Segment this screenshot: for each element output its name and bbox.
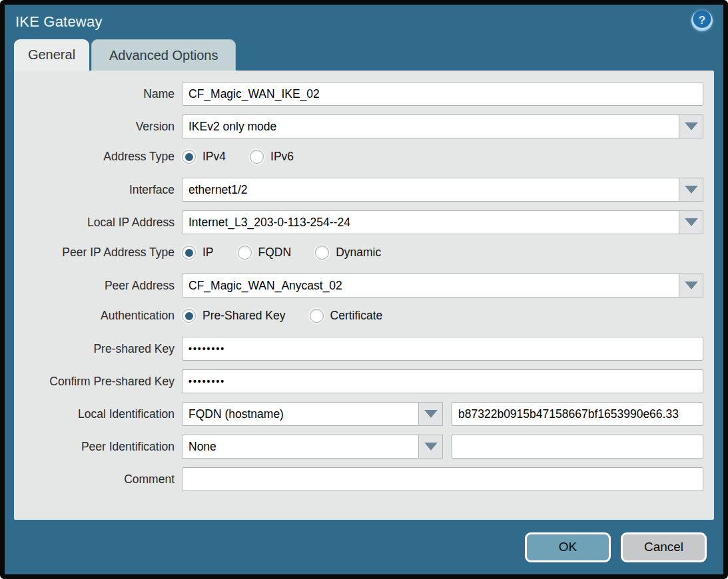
- peer-address-label: Peer Address: [14, 279, 182, 293]
- peer-identification-label: Peer Identification: [14, 440, 182, 454]
- peer-identification-dropdown-button[interactable]: [418, 435, 443, 459]
- radio-button-icon: [310, 309, 324, 323]
- local-identification-row: Local Identification: [14, 402, 703, 426]
- peer-identification-row: Peer Identification: [14, 435, 703, 459]
- address-type-radio-group: IPv4 IPv6: [182, 150, 318, 164]
- chevron-down-icon: [685, 186, 698, 194]
- tab-general[interactable]: General: [14, 39, 89, 71]
- peer-address-input[interactable]: [182, 274, 679, 297]
- pre-shared-key-input[interactable]: [182, 337, 703, 361]
- chevron-down-icon: [424, 410, 438, 418]
- peer-identification-type-input[interactable]: [182, 435, 418, 459]
- local-identification-type-input[interactable]: [182, 402, 418, 426]
- address-type-label: Address Type: [14, 150, 182, 164]
- address-type-row: Address Type IPv4 IPv6: [14, 147, 703, 166]
- peer-ip-address-type-label: Peer IP Address Type: [14, 246, 182, 260]
- radio-pre-shared-key[interactable]: Pre-Shared Key: [182, 309, 286, 323]
- chevron-down-icon: [685, 122, 698, 130]
- interface-dropdown-button[interactable]: [679, 178, 703, 202]
- radio-button-icon: [250, 150, 264, 164]
- comment-input[interactable]: [182, 467, 703, 491]
- tab-advanced-options[interactable]: Advanced Options: [91, 39, 236, 71]
- pre-shared-key-row: Pre-shared Key: [14, 337, 703, 361]
- local-identification-dropdown-button[interactable]: [418, 402, 443, 426]
- confirm-pre-shared-key-label: Confirm Pre-shared Key: [14, 375, 182, 389]
- peer-address-dropdown: [182, 274, 703, 297]
- comment-label: Comment: [14, 473, 182, 486]
- tab-bar: General Advanced Options: [5, 39, 723, 71]
- interface-label: Interface: [14, 183, 182, 197]
- radio-button-icon: [238, 246, 252, 260]
- radio-certificate[interactable]: Certificate: [310, 309, 383, 323]
- ike-gateway-dialog: IKE Gateway ? General Advanced Options N…: [0, 0, 728, 579]
- authentication-row: Authentication Pre-Shared Key Certificat…: [14, 306, 703, 325]
- interface-row: Interface: [14, 178, 703, 202]
- local-identification-value-input[interactable]: [452, 402, 703, 426]
- titlebar: IKE Gateway ?: [5, 5, 723, 39]
- local-identification-type-dropdown: [182, 402, 443, 426]
- chevron-down-icon: [424, 443, 438, 451]
- peer-address-row: Peer Address: [14, 274, 703, 297]
- radio-dynamic[interactable]: Dynamic: [315, 246, 381, 260]
- peer-ip-address-type-row: Peer IP Address Type IP FQDN Dynamic: [14, 243, 703, 262]
- chevron-down-icon: [685, 218, 698, 226]
- radio-button-icon: [315, 246, 329, 260]
- name-label: Name: [14, 87, 182, 101]
- comment-row: Comment: [14, 467, 703, 491]
- dialog-title: IKE Gateway: [15, 13, 103, 31]
- local-ip-address-row: Local IP Address: [14, 210, 703, 234]
- version-dropdown-button[interactable]: [679, 114, 703, 138]
- cancel-button[interactable]: Cancel: [621, 532, 707, 562]
- dialog-footer: OK Cancel: [5, 520, 723, 574]
- peer-identification-value-input[interactable]: [452, 435, 703, 459]
- interface-input[interactable]: [182, 178, 679, 202]
- pre-shared-key-label: Pre-shared Key: [14, 342, 182, 356]
- version-input[interactable]: [182, 114, 679, 138]
- radio-fqdn[interactable]: FQDN: [238, 246, 292, 260]
- local-identification-label: Local Identification: [14, 407, 182, 421]
- version-label: Version: [14, 120, 182, 134]
- general-tab-panel: Name Version Address Type: [14, 71, 714, 520]
- chevron-down-icon: [685, 282, 698, 290]
- name-input[interactable]: [182, 82, 703, 106]
- local-ip-address-input[interactable]: [182, 210, 679, 234]
- version-dropdown: [182, 114, 703, 138]
- local-ip-address-dropdown: [182, 210, 703, 234]
- radio-button-icon: [182, 309, 196, 323]
- local-ip-address-label: Local IP Address: [14, 216, 182, 230]
- confirm-pre-shared-key-input[interactable]: [182, 369, 703, 393]
- radio-button-icon: [182, 150, 196, 164]
- version-row: Version: [14, 114, 703, 138]
- radio-ip[interactable]: IP: [182, 246, 214, 260]
- peer-address-dropdown-button[interactable]: [679, 274, 703, 297]
- radio-ipv6[interactable]: IPv6: [250, 150, 294, 164]
- radio-ipv4[interactable]: IPv4: [182, 150, 226, 164]
- authentication-radio-group: Pre-Shared Key Certificate: [182, 309, 406, 323]
- local-ip-address-dropdown-button[interactable]: [679, 210, 703, 234]
- interface-dropdown: [182, 178, 703, 202]
- help-icon[interactable]: ?: [691, 10, 713, 31]
- ok-button[interactable]: OK: [525, 532, 611, 562]
- name-row: Name: [14, 82, 703, 106]
- radio-button-icon: [182, 246, 196, 260]
- authentication-label: Authentication: [14, 309, 182, 323]
- peer-identification-type-dropdown: [182, 435, 443, 459]
- peer-ip-address-type-radio-group: IP FQDN Dynamic: [182, 246, 405, 260]
- confirm-pre-shared-key-row: Confirm Pre-shared Key: [14, 369, 703, 393]
